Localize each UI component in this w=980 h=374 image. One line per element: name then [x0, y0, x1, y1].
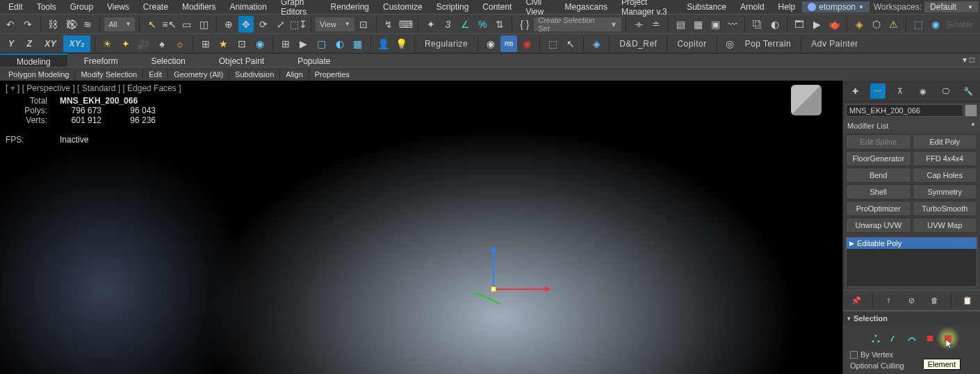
menu-arnold[interactable]: Arnold — [733, 1, 771, 13]
tool2-j[interactable]: 👤 — [375, 35, 392, 52]
mod-prooptimizer[interactable]: ProOptimizer — [846, 201, 911, 216]
extra-btn-2[interactable]: ◉ — [928, 16, 944, 33]
edit-named-sets-button[interactable]: { } — [516, 16, 532, 33]
menu-rendering[interactable]: Rendering — [324, 1, 376, 13]
bind-spacewarp-button[interactable]: ≋ — [79, 16, 95, 33]
vray-framebuffer-button[interactable]: ◈ — [851, 16, 867, 33]
mod-uvwmap[interactable]: UVW Map — [913, 218, 978, 233]
vray-ipr-button[interactable]: ⬡ — [868, 16, 884, 33]
axis-xy-button[interactable]: XY — [39, 35, 62, 52]
viewport-label[interactable]: [ + ] [ Perspective ] [ Standard ] [ Edg… — [6, 83, 181, 93]
stack-editable-poly[interactable]: ▶ Editable Poly — [847, 238, 977, 249]
keyboard-shortcut-button[interactable]: ⌨ — [398, 16, 414, 33]
axis-z-button[interactable]: Z — [22, 35, 38, 52]
polygon-level-button[interactable] — [924, 332, 936, 345]
gizmo-z-axis[interactable] — [493, 247, 494, 289]
menu-projectmanager[interactable]: Project Manager v.3 — [614, 0, 680, 18]
select-move-button[interactable]: ✥ — [238, 16, 254, 33]
menu-help[interactable]: Help — [771, 1, 803, 13]
modifier-stack[interactable]: ▶ Editable Poly — [846, 237, 977, 287]
user-account[interactable]: etompson ▼ — [802, 1, 869, 13]
menu-scripting[interactable]: Scripting — [430, 1, 476, 13]
tool2-i[interactable]: ▦ — [350, 35, 366, 52]
mod-shell[interactable]: Shell — [846, 184, 911, 200]
modify-panel-button[interactable]: 〰 — [870, 83, 885, 99]
light-btn-5[interactable]: ☼ — [172, 35, 188, 52]
tool2-g[interactable]: ▢ — [313, 35, 330, 52]
mod-unwrapuvw[interactable]: Unwrap UVW — [846, 218, 911, 233]
mod-capholes[interactable]: Cap Holes — [913, 168, 978, 183]
angle-snap-button[interactable]: ∠ — [457, 16, 473, 33]
percent-snap-button[interactable]: % — [475, 16, 491, 33]
tool2-f[interactable]: ▶ — [295, 35, 312, 52]
pivot-center-button[interactable]: ⊡ — [356, 16, 372, 33]
unlink-button[interactable]: ⛓⃠ — [63, 16, 79, 33]
mirror-button[interactable]: ⟛ — [630, 16, 646, 33]
select-by-name-button[interactable]: ≡↖ — [161, 16, 177, 33]
tool2-d[interactable]: ◉ — [252, 35, 268, 52]
sub-geometryall[interactable]: Geometry (All) — [168, 69, 229, 80]
schematic-view-button[interactable]: ⿻ — [749, 16, 765, 33]
ribbon-minimize-icon[interactable]: ▾ □ — [957, 54, 980, 67]
menu-megascans[interactable]: Megascans — [558, 1, 614, 13]
tab-objectpaint[interactable]: Object Paint — [202, 54, 281, 67]
vray-warning-icon[interactable]: ⚠ — [885, 16, 901, 33]
tab-populate[interactable]: Populate — [281, 54, 347, 67]
snaps-toggle-button[interactable]: 3 — [440, 16, 456, 33]
popterrain-button[interactable]: Pop Terrain — [740, 35, 797, 52]
mod-floorgen[interactable]: FloorGenerator — [846, 151, 911, 166]
tool2-e[interactable]: ⊞ — [277, 35, 294, 52]
curve-editor-button[interactable]: 〰 — [725, 16, 741, 33]
tool2-l[interactable]: ◉ — [482, 35, 499, 52]
align-button[interactable]: ≐ — [648, 16, 664, 33]
menu-create[interactable]: Create — [136, 1, 175, 13]
render-frame-button[interactable]: ▶ — [809, 16, 825, 33]
axis-y-button[interactable]: Y — [3, 35, 20, 52]
tab-freeform[interactable]: Freeform — [67, 54, 135, 67]
light-btn-2[interactable]: ✦ — [117, 35, 134, 52]
element-level-button[interactable] — [942, 332, 954, 345]
workspace-dropdown[interactable]: Default ▼ — [924, 1, 979, 13]
menu-edit[interactable]: Edit — [1, 1, 30, 13]
toggle-layer-explorer-button[interactable]: ▦ — [690, 16, 706, 33]
select-scale-button[interactable]: ⤢ — [272, 16, 288, 33]
selection-filter-dropdown[interactable]: All ▼ — [104, 17, 135, 31]
sub-modifyselection[interactable]: Modify Selection — [75, 69, 142, 80]
tool2-b[interactable]: ★ — [215, 35, 232, 52]
remove-modifier-button[interactable]: 🗑 — [928, 293, 942, 307]
select-rotate-button[interactable]: ⟳ — [255, 16, 271, 33]
gizmo-center[interactable] — [491, 286, 496, 292]
popterrain-icon[interactable]: ◎ — [721, 35, 738, 52]
object-name-field[interactable] — [846, 104, 963, 117]
sub-align[interactable]: Align — [280, 69, 308, 80]
link-button[interactable]: ⛓ — [45, 16, 61, 33]
vertex-level-button[interactable] — [869, 332, 882, 345]
render-button[interactable]: 🫖 — [826, 16, 842, 33]
border-level-button[interactable] — [906, 332, 918, 345]
configure-sets-button[interactable]: 📋 — [961, 293, 974, 307]
motion-panel-button[interactable]: ◉ — [915, 83, 931, 99]
mod-bend[interactable]: Bend — [846, 168, 911, 183]
menu-customize[interactable]: Customize — [376, 1, 430, 13]
menu-views[interactable]: Views — [100, 1, 136, 13]
advpainter-button[interactable]: Adv Painter — [806, 35, 864, 52]
light-btn-4[interactable]: ♠ — [154, 35, 170, 52]
mod-ffd[interactable]: FFD 4x4x4 — [913, 151, 978, 166]
selection-rollout-header[interactable]: ▾ Selection — [843, 311, 980, 325]
named-selection-set-dropdown[interactable]: Create Selection Set ▼ — [534, 17, 621, 31]
redo-button[interactable]: ↷ — [20, 16, 36, 33]
tool2-n[interactable]: ◉ — [518, 35, 535, 52]
axis-xy2-button[interactable]: XY₂ — [63, 35, 90, 52]
select-manipulate-button[interactable]: ⊕ — [221, 16, 237, 33]
rectangular-region-button[interactable]: ▭ — [179, 16, 195, 33]
tab-modeling[interactable]: Modeling — [0, 54, 67, 67]
sub-edit[interactable]: Edit — [143, 69, 168, 80]
object-color-swatch[interactable] — [965, 104, 977, 117]
utilities-panel-button[interactable]: 🔧 — [961, 83, 976, 99]
expand-icon[interactable]: ▶ — [849, 240, 854, 247]
manipulate-button[interactable]: ↯ — [380, 16, 396, 33]
menu-content[interactable]: Content — [475, 1, 518, 13]
show-end-result-button[interactable]: ⫯ — [882, 293, 896, 307]
pin-stack-button[interactable]: 📌 — [849, 293, 863, 307]
tool2-o[interactable]: ⬚ — [544, 35, 561, 52]
